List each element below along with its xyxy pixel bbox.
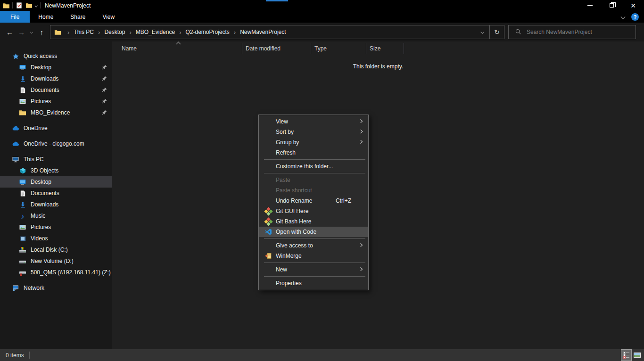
menu-item-label: Undo Rename bbox=[276, 197, 312, 204]
menu-item-new[interactable]: New bbox=[259, 264, 368, 275]
sidebar-item-videos[interactable]: Videos bbox=[0, 233, 112, 244]
git-icon bbox=[264, 207, 272, 215]
up-button[interactable]: ↑ bbox=[36, 26, 48, 38]
status-bar: 0 items bbox=[0, 349, 644, 361]
properties-check-icon[interactable] bbox=[15, 2, 23, 9]
breadcrumb-chevron-icon: › bbox=[230, 29, 240, 35]
breadcrumb-q2-demoprojects[interactable]: Q2-demoProjects bbox=[185, 29, 229, 35]
menu-item-give-access-to[interactable]: Give access to bbox=[259, 240, 368, 251]
menu-item-undo-rename[interactable]: Undo Rename Ctrl+Z bbox=[259, 196, 368, 206]
search-icon bbox=[515, 28, 521, 36]
sidebar-item-documents-pinned[interactable]: Documents bbox=[0, 84, 112, 96]
sidebar-item-label: Downloads bbox=[31, 201, 58, 208]
tab-file[interactable]: File bbox=[0, 11, 30, 23]
tab-view[interactable]: View bbox=[94, 11, 123, 23]
help-icon[interactable]: ? bbox=[631, 13, 639, 21]
music-icon: ♪ bbox=[19, 212, 26, 220]
sidebar-item-new-volume-d[interactable]: New Volume (D:) bbox=[0, 255, 112, 267]
sidebar-item-network[interactable]: Network bbox=[0, 282, 112, 294]
monitor-icon bbox=[19, 178, 26, 186]
address-dropdown-chevron-icon[interactable] bbox=[475, 25, 489, 39]
menu-item-git-bash-here[interactable]: Git Bash Here bbox=[259, 216, 368, 227]
restore-button[interactable] bbox=[601, 0, 622, 11]
sidebar-item-desktop-pinned[interactable]: Desktop bbox=[0, 62, 112, 73]
sidebar-item-downloads[interactable]: Downloads bbox=[0, 199, 112, 210]
sidebar-item-label: Quick access bbox=[24, 53, 57, 59]
column-headers: Name Date modified Type Size bbox=[112, 42, 644, 55]
back-button[interactable]: ← bbox=[4, 26, 16, 38]
menu-item-git-gui-here[interactable]: Git GUI Here bbox=[259, 206, 368, 216]
menu-item-customize-this-folder[interactable]: Customize this folder... bbox=[259, 161, 368, 172]
sidebar-item-3d-objects[interactable]: 3D Objects bbox=[0, 165, 112, 176]
refresh-icon[interactable]: ↻ bbox=[489, 25, 504, 39]
customize-toolbar-chevron-icon[interactable] bbox=[35, 4, 38, 7]
sidebar-item-network-drive-z[interactable]: 500_QMS (\\192.168.11.41) (Z:) bbox=[0, 267, 112, 278]
column-header-date-modified[interactable]: Date modified bbox=[242, 43, 311, 54]
breadcrumb-newmavenproject[interactable]: NewMavenProject bbox=[240, 29, 286, 35]
cloud-icon bbox=[12, 124, 19, 132]
sidebar-item-onedrive-cicgogo[interactable]: OneDrive - cicgogo.com bbox=[0, 138, 112, 149]
disk-icon bbox=[19, 257, 26, 265]
sidebar-item-label: Local Disk (C:) bbox=[31, 246, 68, 253]
close-icon: ✕ bbox=[630, 2, 636, 9]
winmerge-icon bbox=[264, 252, 272, 260]
tab-home[interactable]: Home bbox=[30, 11, 62, 23]
document-icon bbox=[19, 189, 26, 197]
sidebar-item-quick-access[interactable]: Quick access bbox=[0, 50, 112, 62]
menu-item-group-by[interactable]: Group by bbox=[259, 137, 368, 148]
menu-item-label: Group by bbox=[276, 139, 299, 146]
recent-locations-chevron-icon[interactable] bbox=[27, 26, 36, 38]
forward-button[interactable]: → bbox=[16, 26, 27, 38]
sidebar-item-this-pc[interactable]: This PC bbox=[0, 154, 112, 165]
column-header-type[interactable]: Type bbox=[311, 43, 366, 54]
details-view-button[interactable] bbox=[621, 349, 632, 361]
address-folder-icon bbox=[54, 28, 61, 36]
breadcrumb-this-pc[interactable]: This PC bbox=[74, 29, 94, 35]
menu-item-paste[interactable]: Paste bbox=[259, 175, 368, 185]
menu-item-paste-shortcut[interactable]: Paste shortcut bbox=[259, 185, 368, 196]
menu-item-sort-by[interactable]: Sort by bbox=[259, 127, 368, 137]
menu-item-label: Open with Code bbox=[276, 229, 316, 235]
tab-share[interactable]: Share bbox=[62, 11, 94, 23]
menu-item-winmerge[interactable]: WinMerge bbox=[259, 251, 368, 261]
large-icons-view-button[interactable] bbox=[632, 349, 643, 361]
sidebar-item-label: MBO_Evidence bbox=[31, 109, 70, 116]
sidebar-item-local-disk-c[interactable]: Local Disk (C:) bbox=[0, 244, 112, 255]
divider bbox=[29, 352, 30, 359]
sidebar-item-documents[interactable]: Documents bbox=[0, 188, 112, 199]
menu-separator bbox=[264, 263, 365, 263]
sidebar-item-label: 3D Objects bbox=[31, 167, 58, 174]
expand-ribbon-chevron-icon[interactable] bbox=[621, 15, 626, 19]
sidebar-item-label: Pictures bbox=[31, 98, 51, 105]
breadcrumb-mbo-evidence[interactable]: MBO_Evidence bbox=[136, 29, 175, 35]
cloud-icon bbox=[12, 140, 19, 148]
close-button[interactable]: ✕ bbox=[622, 0, 644, 11]
sidebar-item-desktop[interactable]: Desktop bbox=[0, 176, 112, 188]
menu-item-open-with-code[interactable]: Open with Code bbox=[259, 227, 368, 237]
address-bar[interactable]: › This PC › Desktop › MBO_Evidence › Q2-… bbox=[50, 25, 504, 39]
pin-icon bbox=[101, 109, 107, 117]
file-list-pane: Name Date modified Type Size This folder… bbox=[112, 41, 644, 349]
sidebar-item-label: Desktop bbox=[31, 64, 51, 71]
items-count: 0 items bbox=[6, 352, 24, 359]
search-box[interactable]: Search NewMavenProject bbox=[508, 25, 636, 39]
breadcrumb-desktop[interactable]: Desktop bbox=[104, 29, 125, 35]
new-folder-icon[interactable] bbox=[25, 2, 33, 9]
sidebar-item-downloads-pinned[interactable]: Downloads bbox=[0, 73, 112, 84]
column-header-size[interactable]: Size bbox=[366, 43, 404, 54]
menu-item-label: Give access to bbox=[276, 242, 313, 249]
sidebar-item-pictures-pinned[interactable]: Pictures bbox=[0, 96, 112, 107]
sidebar-item-pictures[interactable]: Pictures bbox=[0, 222, 112, 233]
menu-item-view[interactable]: View bbox=[259, 116, 368, 127]
menu-item-properties[interactable]: Properties bbox=[259, 278, 368, 288]
sidebar-item-music[interactable]: ♪ Music bbox=[0, 210, 112, 222]
sidebar-item-onedrive[interactable]: OneDrive bbox=[0, 123, 112, 134]
sidebar-item-mbo-evidence-pinned[interactable]: MBO_Evidence bbox=[0, 107, 112, 118]
divider bbox=[12, 2, 13, 8]
search-input[interactable]: Search NewMavenProject bbox=[527, 29, 592, 35]
minimize-button[interactable] bbox=[579, 0, 601, 11]
menu-item-refresh[interactable]: Refresh bbox=[259, 148, 368, 158]
sidebar-item-label: This PC bbox=[24, 156, 44, 163]
divider bbox=[40, 2, 41, 8]
picture-icon bbox=[19, 98, 26, 105]
